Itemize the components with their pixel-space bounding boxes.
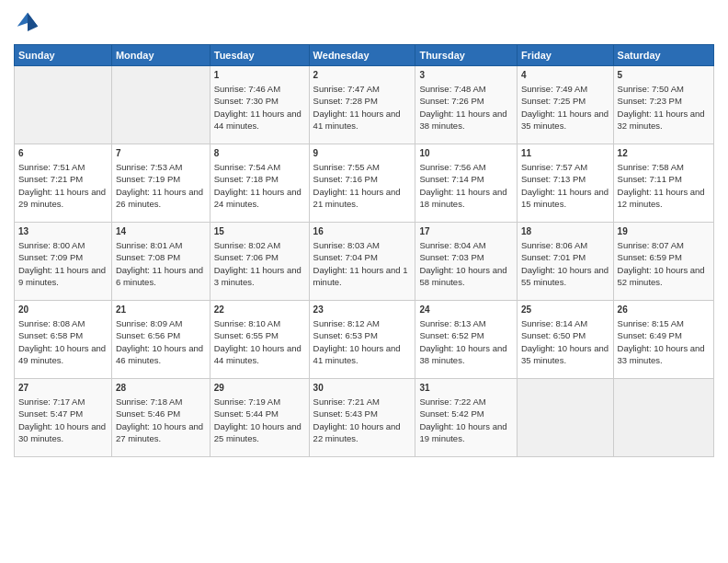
sunset-text: Sunset: 6:52 PM <box>419 330 483 340</box>
sunrise-text: Sunrise: 7:55 AM <box>313 162 380 172</box>
sunrise-text: Sunrise: 7:22 AM <box>419 396 485 407</box>
calendar-cell: 10Sunrise: 7:56 AMSunset: 7:14 PMDayligh… <box>415 144 518 223</box>
calendar-cell: 26Sunrise: 8:15 AMSunset: 6:49 PMDayligh… <box>613 301 713 379</box>
sunrise-text: Sunrise: 7:57 AM <box>521 162 587 172</box>
sunrise-text: Sunrise: 7:48 AM <box>419 84 485 94</box>
daylight-text: Daylight: 11 hours and 44 minutes. <box>214 109 301 131</box>
sunrise-text: Sunrise: 7:17 AM <box>18 396 85 407</box>
calendar-cell: 16Sunrise: 8:03 AMSunset: 7:04 PMDayligh… <box>309 223 415 301</box>
sunrise-text: Sunrise: 7:18 AM <box>116 396 182 407</box>
day-number: 6 <box>18 147 108 160</box>
sunset-text: Sunset: 6:50 PM <box>521 330 586 340</box>
sunrise-text: Sunrise: 8:04 AM <box>419 240 485 250</box>
daylight-text: Daylight: 11 hours and 38 minutes. <box>419 109 506 131</box>
sunset-text: Sunset: 7:09 PM <box>18 252 83 262</box>
calendar-cell: 25Sunrise: 8:14 AMSunset: 6:50 PMDayligh… <box>517 301 613 379</box>
calendar-week-row: 20Sunrise: 8:08 AMSunset: 6:58 PMDayligh… <box>15 301 714 379</box>
day-number: 21 <box>116 304 206 316</box>
sunrise-text: Sunrise: 7:47 AM <box>313 84 380 94</box>
daylight-text: Daylight: 10 hours and 38 minutes. <box>419 343 506 365</box>
day-number: 18 <box>521 225 609 238</box>
calendar-cell: 8Sunrise: 7:54 AMSunset: 7:18 PMDaylight… <box>210 144 309 223</box>
daylight-text: Daylight: 10 hours and 55 minutes. <box>521 265 609 287</box>
daylight-text: Daylight: 11 hours and 26 minutes. <box>116 187 203 209</box>
sunset-text: Sunset: 7:04 PM <box>313 252 378 262</box>
svg-marker-1 <box>28 13 38 31</box>
sunrise-text: Sunrise: 8:13 AM <box>419 318 485 328</box>
day-number: 16 <box>313 225 412 238</box>
calendar-cell: 12Sunrise: 7:58 AMSunset: 7:11 PMDayligh… <box>613 144 713 223</box>
daylight-text: Daylight: 10 hours and 52 minutes. <box>618 265 705 287</box>
calendar-cell <box>111 66 210 144</box>
daylight-text: Daylight: 10 hours and 19 minutes. <box>419 421 506 443</box>
calendar-cell: 20Sunrise: 8:08 AMSunset: 6:58 PMDayligh… <box>15 301 112 379</box>
daylight-text: Daylight: 11 hours and 32 minutes. <box>618 109 705 131</box>
sunset-text: Sunset: 7:26 PM <box>419 96 483 106</box>
header-day: Tuesday <box>210 45 309 66</box>
day-number: 1 <box>214 69 305 82</box>
calendar-cell: 19Sunrise: 8:07 AMSunset: 6:59 PMDayligh… <box>613 223 713 301</box>
sunrise-text: Sunrise: 7:58 AM <box>618 162 684 172</box>
daylight-text: Daylight: 10 hours and 58 minutes. <box>419 265 506 287</box>
calendar-week-row: 1Sunrise: 7:46 AMSunset: 7:30 PMDaylight… <box>15 66 714 144</box>
sunrise-text: Sunrise: 7:19 AM <box>214 396 280 407</box>
calendar-cell: 6Sunrise: 7:51 AMSunset: 7:21 PMDaylight… <box>15 144 112 223</box>
day-number: 25 <box>521 304 609 316</box>
daylight-text: Daylight: 10 hours and 44 minutes. <box>214 343 301 365</box>
day-number: 5 <box>618 69 710 82</box>
sunrise-text: Sunrise: 8:01 AM <box>116 240 182 250</box>
day-number: 29 <box>214 382 305 395</box>
day-number: 17 <box>419 225 513 238</box>
sunrise-text: Sunrise: 8:03 AM <box>313 240 380 250</box>
sunrise-text: Sunrise: 7:54 AM <box>214 162 280 172</box>
day-number: 26 <box>618 304 710 316</box>
calendar-week-row: 13Sunrise: 8:00 AMSunset: 7:09 PMDayligh… <box>15 223 714 301</box>
calendar-cell: 24Sunrise: 8:13 AMSunset: 6:52 PMDayligh… <box>415 301 518 379</box>
calendar-cell: 17Sunrise: 8:04 AMSunset: 7:03 PMDayligh… <box>415 223 518 301</box>
sunset-text: Sunset: 5:42 PM <box>419 408 483 419</box>
sunrise-text: Sunrise: 7:50 AM <box>618 84 684 94</box>
day-number: 7 <box>116 147 206 160</box>
sunset-text: Sunset: 7:11 PM <box>618 174 682 184</box>
logo-icon <box>14 9 41 37</box>
day-number: 28 <box>116 382 206 395</box>
daylight-text: Daylight: 11 hours and 9 minutes. <box>18 265 106 287</box>
header-day: Sunday <box>15 45 112 66</box>
daylight-text: Daylight: 11 hours and 18 minutes. <box>419 187 506 209</box>
sunrise-text: Sunrise: 8:02 AM <box>214 240 280 250</box>
calendar-cell: 11Sunrise: 7:57 AMSunset: 7:13 PMDayligh… <box>517 144 613 223</box>
sunset-text: Sunset: 6:53 PM <box>313 330 378 340</box>
daylight-text: Daylight: 10 hours and 25 minutes. <box>214 421 301 443</box>
sunset-text: Sunset: 7:03 PM <box>419 252 483 262</box>
calendar-cell <box>15 66 112 144</box>
day-number: 20 <box>18 304 108 316</box>
sunset-text: Sunset: 6:56 PM <box>116 330 180 340</box>
sunrise-text: Sunrise: 8:12 AM <box>313 318 380 328</box>
sunset-text: Sunset: 6:59 PM <box>618 252 682 262</box>
calendar-cell: 31Sunrise: 7:22 AMSunset: 5:42 PMDayligh… <box>415 379 518 457</box>
sunset-text: Sunset: 5:47 PM <box>18 408 83 419</box>
daylight-text: Daylight: 10 hours and 27 minutes. <box>116 421 203 443</box>
daylight-text: Daylight: 11 hours and 24 minutes. <box>214 187 301 209</box>
sunset-text: Sunset: 7:19 PM <box>116 174 180 184</box>
header-day: Wednesday <box>309 45 415 66</box>
day-number: 8 <box>214 147 305 160</box>
header-day: Saturday <box>613 45 713 66</box>
daylight-text: Daylight: 10 hours and 46 minutes. <box>116 343 203 365</box>
daylight-text: Daylight: 11 hours and 15 minutes. <box>521 187 609 209</box>
daylight-text: Daylight: 10 hours and 30 minutes. <box>18 421 106 443</box>
header <box>14 9 714 37</box>
calendar-cell: 21Sunrise: 8:09 AMSunset: 6:56 PMDayligh… <box>111 301 210 379</box>
daylight-text: Daylight: 11 hours and 41 minutes. <box>313 109 401 131</box>
sunset-text: Sunset: 6:58 PM <box>18 330 83 340</box>
day-number: 14 <box>116 225 206 238</box>
sunset-text: Sunset: 5:43 PM <box>313 408 378 419</box>
sunset-text: Sunset: 7:30 PM <box>214 96 279 106</box>
daylight-text: Daylight: 10 hours and 33 minutes. <box>618 343 705 365</box>
calendar-cell: 27Sunrise: 7:17 AMSunset: 5:47 PMDayligh… <box>15 379 112 457</box>
calendar-cell: 23Sunrise: 8:12 AMSunset: 6:53 PMDayligh… <box>309 301 415 379</box>
sunrise-text: Sunrise: 7:21 AM <box>313 396 380 407</box>
calendar-cell: 1Sunrise: 7:46 AMSunset: 7:30 PMDaylight… <box>210 66 309 144</box>
header-day: Thursday <box>415 45 518 66</box>
sunrise-text: Sunrise: 8:14 AM <box>521 318 587 328</box>
